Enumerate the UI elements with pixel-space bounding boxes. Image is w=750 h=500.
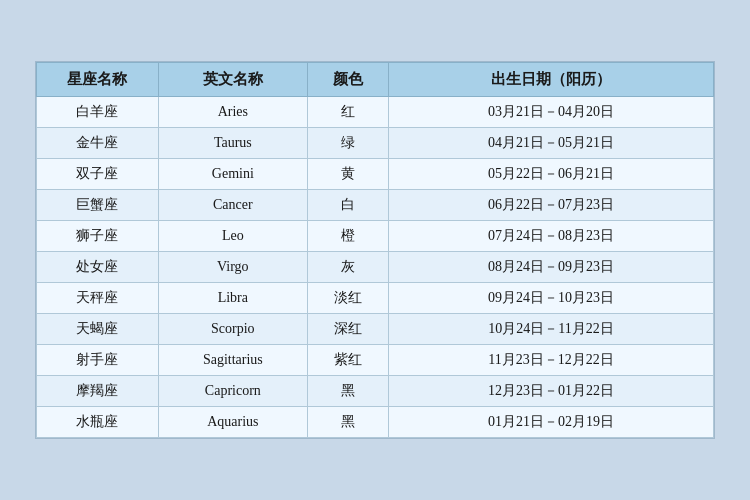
cell-color: 绿 (307, 128, 388, 159)
cell-color: 红 (307, 97, 388, 128)
cell-english: Virgo (158, 252, 307, 283)
cell-date: 06月22日－07月23日 (389, 190, 714, 221)
cell-date: 03月21日－04月20日 (389, 97, 714, 128)
cell-date: 04月21日－05月21日 (389, 128, 714, 159)
cell-date: 01月21日－02月19日 (389, 407, 714, 438)
cell-date: 07月24日－08月23日 (389, 221, 714, 252)
table-row: 白羊座Aries红03月21日－04月20日 (37, 97, 714, 128)
table-row: 狮子座Leo橙07月24日－08月23日 (37, 221, 714, 252)
cell-english: Libra (158, 283, 307, 314)
cell-chinese: 双子座 (37, 159, 159, 190)
cell-color: 紫红 (307, 345, 388, 376)
cell-english: Capricorn (158, 376, 307, 407)
cell-english: Cancer (158, 190, 307, 221)
cell-color: 黑 (307, 376, 388, 407)
zodiac-table: 星座名称 英文名称 颜色 出生日期（阳历） 白羊座Aries红03月21日－04… (36, 62, 714, 438)
cell-date: 08月24日－09月23日 (389, 252, 714, 283)
cell-color: 灰 (307, 252, 388, 283)
cell-chinese: 金牛座 (37, 128, 159, 159)
header-color: 颜色 (307, 63, 388, 97)
cell-chinese: 白羊座 (37, 97, 159, 128)
cell-english: Sagittarius (158, 345, 307, 376)
table-row: 摩羯座Capricorn黑12月23日－01月22日 (37, 376, 714, 407)
cell-date: 12月23日－01月22日 (389, 376, 714, 407)
cell-chinese: 天秤座 (37, 283, 159, 314)
cell-chinese: 水瓶座 (37, 407, 159, 438)
cell-date: 05月22日－06月21日 (389, 159, 714, 190)
table-row: 射手座Sagittarius紫红11月23日－12月22日 (37, 345, 714, 376)
cell-chinese: 处女座 (37, 252, 159, 283)
table-row: 金牛座Taurus绿04月21日－05月21日 (37, 128, 714, 159)
table-row: 天蝎座Scorpio深红10月24日－11月22日 (37, 314, 714, 345)
cell-chinese: 摩羯座 (37, 376, 159, 407)
cell-date: 11月23日－12月22日 (389, 345, 714, 376)
cell-color: 白 (307, 190, 388, 221)
cell-english: Aquarius (158, 407, 307, 438)
cell-date: 10月24日－11月22日 (389, 314, 714, 345)
table-row: 水瓶座Aquarius黑01月21日－02月19日 (37, 407, 714, 438)
cell-color: 橙 (307, 221, 388, 252)
table-body: 白羊座Aries红03月21日－04月20日金牛座Taurus绿04月21日－0… (37, 97, 714, 438)
zodiac-table-container: 星座名称 英文名称 颜色 出生日期（阳历） 白羊座Aries红03月21日－04… (35, 61, 715, 439)
header-chinese: 星座名称 (37, 63, 159, 97)
table-row: 处女座Virgo灰08月24日－09月23日 (37, 252, 714, 283)
table-row: 天秤座Libra淡红09月24日－10月23日 (37, 283, 714, 314)
cell-date: 09月24日－10月23日 (389, 283, 714, 314)
cell-color: 淡红 (307, 283, 388, 314)
table-row: 双子座Gemini黄05月22日－06月21日 (37, 159, 714, 190)
cell-english: Taurus (158, 128, 307, 159)
cell-chinese: 天蝎座 (37, 314, 159, 345)
cell-english: Leo (158, 221, 307, 252)
cell-english: Aries (158, 97, 307, 128)
cell-english: Scorpio (158, 314, 307, 345)
cell-chinese: 巨蟹座 (37, 190, 159, 221)
cell-chinese: 射手座 (37, 345, 159, 376)
table-header-row: 星座名称 英文名称 颜色 出生日期（阳历） (37, 63, 714, 97)
cell-color: 黄 (307, 159, 388, 190)
cell-chinese: 狮子座 (37, 221, 159, 252)
table-row: 巨蟹座Cancer白06月22日－07月23日 (37, 190, 714, 221)
cell-color: 黑 (307, 407, 388, 438)
cell-english: Gemini (158, 159, 307, 190)
header-english: 英文名称 (158, 63, 307, 97)
cell-color: 深红 (307, 314, 388, 345)
header-date: 出生日期（阳历） (389, 63, 714, 97)
